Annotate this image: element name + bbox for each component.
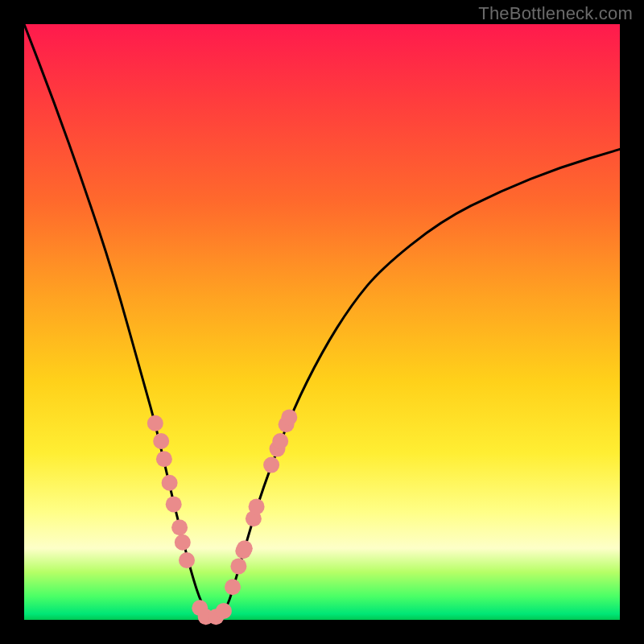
data-marker [263, 457, 279, 473]
data-marker [272, 433, 288, 449]
data-marker [179, 552, 195, 568]
data-marker [171, 519, 188, 535]
data-marker [225, 579, 241, 595]
data-marker [175, 535, 191, 551]
data-marker [230, 558, 246, 574]
data-marker [147, 415, 163, 431]
chart-overlay [24, 24, 620, 620]
chart-stage: TheBottleneck.com [0, 0, 644, 644]
data-marker [156, 451, 172, 467]
attribution-watermark: TheBottleneck.com [478, 3, 633, 24]
data-marker [153, 433, 169, 449]
data-marker [166, 496, 182, 512]
data-marker [237, 540, 253, 556]
data-marker [216, 603, 232, 619]
data-marker [249, 498, 265, 514]
data-marker [162, 475, 178, 491]
data-markers [147, 409, 297, 625]
data-marker [281, 409, 297, 425]
bottleneck-curve [24, 24, 620, 617]
plot-area [24, 24, 620, 620]
